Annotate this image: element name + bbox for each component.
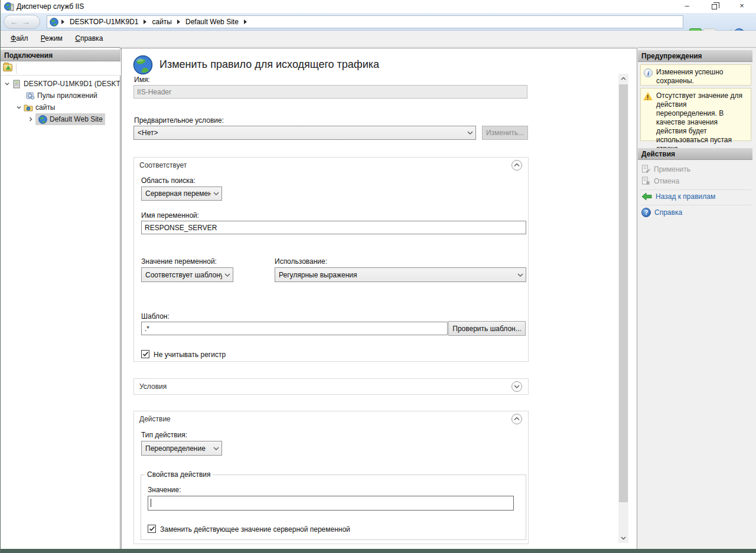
breadcrumb-arrow-icon[interactable] [144, 19, 146, 24]
breadcrumb-sites[interactable]: сайты [152, 18, 172, 26]
action-type-value: Переопределение [145, 444, 211, 453]
usage-select[interactable]: Регулярные выражения [275, 267, 526, 282]
scroll-down-icon [621, 536, 626, 540]
window-bottom-border [1, 549, 756, 553]
right-panel: Предупреждения i Изменения успешно сохра… [638, 47, 756, 549]
scope-label: Область поиска: [141, 176, 195, 185]
scroll-up-button[interactable] [618, 74, 628, 84]
info-message: Изменения успешно сохранены. [656, 68, 723, 85]
collapse-button[interactable] [511, 160, 522, 171]
vertical-scrollbar[interactable] [618, 74, 628, 543]
action-properties-group: Свойства действия Значение: Заменить дей… [141, 470, 526, 540]
action-section: Действие Тип действия: Переопределение С… [133, 411, 529, 544]
ignore-case-label: Не учитывать регистр [154, 351, 226, 359]
precondition-value: <Нет> [138, 129, 465, 137]
chevron-down-icon [224, 273, 230, 277]
precondition-select[interactable]: <Нет> [133, 126, 476, 140]
conditions-section: Условия [133, 378, 529, 395]
match-section: Соответствует Область поиска: Серверная … [133, 157, 529, 362]
breadcrumb-site[interactable]: Default Web Site [185, 18, 239, 26]
test-pattern-button[interactable]: Проверить шаблон... [448, 321, 526, 336]
cancel-label: Отмена [654, 177, 679, 185]
variable-value-select[interactable]: Соответствует шаблону [141, 267, 233, 282]
scrollbar-thumb[interactable] [619, 84, 628, 502]
tree-item-app-pools[interactable]: Пулы приложений [1, 90, 120, 102]
scroll-up-icon [621, 77, 626, 81]
expand-button[interactable] [511, 381, 522, 392]
menu-bar: Файл Режим Справка [1, 31, 756, 47]
action-section-title: Действие [139, 415, 171, 423]
value-input[interactable] [148, 496, 514, 511]
back-icon[interactable]: ← [10, 17, 22, 27]
help-link[interactable]: Справка [654, 208, 682, 217]
match-section-title: Соответствует [139, 161, 187, 169]
tree-item-default-web-site[interactable]: Default Web Site [1, 113, 120, 125]
actions-separator [640, 205, 751, 205]
test-pattern-button-label: Проверить шаблон... [452, 325, 521, 333]
menu-file[interactable]: Файл [5, 31, 34, 45]
tree-item-label: Default Web Site [50, 115, 103, 123]
variable-name-label: Имя переменной: [141, 211, 199, 220]
apply-icon [641, 165, 650, 174]
minimize-button[interactable]: – [677, 0, 697, 13]
action-type-label: Тип действия: [141, 431, 187, 439]
scope-value: Серверная переменн [145, 189, 211, 198]
warning-message: Отсутствует значение для действия переоп… [656, 91, 742, 153]
check-icon [149, 526, 155, 532]
chevron-down-icon [517, 273, 523, 277]
close-button[interactable]: × [732, 0, 752, 13]
connections-toolbar [1, 61, 120, 76]
name-label: Имя: [134, 76, 150, 84]
restore-button[interactable] [704, 0, 724, 13]
tree-item-server[interactable]: DESKTOP-U1MK9D1 (DESKTOP [1, 78, 120, 90]
collapse-button[interactable] [511, 414, 522, 424]
menu-help[interactable]: Справка [70, 31, 108, 45]
chevron-down-icon[interactable] [4, 81, 10, 87]
back-to-rules-action[interactable]: Назад к правилам [641, 192, 715, 201]
main-content: Изменить правило для исходящего трафика … [121, 48, 637, 549]
pattern-input[interactable] [141, 322, 448, 335]
chevron-down-icon[interactable] [16, 104, 22, 110]
save-connection-icon[interactable] [3, 64, 12, 71]
action-properties-legend: Свойства действия [145, 470, 213, 479]
cancel-action: Отмена [641, 176, 679, 185]
website-globe-icon [38, 114, 47, 124]
breadcrumb-server[interactable]: DESKTOP-U1MK9D1 [70, 18, 138, 26]
scroll-down-button[interactable] [618, 533, 628, 543]
conditions-section-title: Условия [139, 382, 167, 391]
breadcrumb-arrow-icon[interactable] [244, 19, 247, 24]
back-arrow-icon [641, 192, 652, 201]
tree-item-label: Пулы приложений [37, 91, 97, 100]
change-button: Изменить... [482, 126, 528, 140]
name-input [133, 85, 527, 99]
chevron-right-icon[interactable] [28, 116, 34, 122]
window-title: Диспетчер служб IIS [17, 2, 84, 11]
value-label: Значение: [148, 486, 181, 494]
warning-icon [643, 92, 653, 100]
back-to-rules-link[interactable]: Назад к правилам [656, 192, 715, 201]
help-action[interactable]: ? Справка [641, 208, 682, 217]
chevron-down-icon [213, 446, 219, 451]
precondition-label: Предварительное условие: [134, 116, 224, 125]
replace-checkbox[interactable] [148, 525, 156, 533]
breadcrumb-arrow-icon[interactable] [177, 19, 180, 24]
selected-tree-item[interactable]: Default Web Site [35, 113, 105, 125]
forward-icon[interactable]: → [22, 17, 34, 27]
page-title: Изменить правило для исходящего трафика [159, 58, 379, 71]
cancel-icon [641, 176, 650, 185]
title-bar: Диспетчер служб IIS – × [1, 0, 756, 13]
variable-name-input[interactable] [141, 221, 526, 234]
scope-select[interactable]: Серверная переменн [141, 186, 222, 201]
replace-label: Заменить действующее значение серверной … [160, 525, 350, 534]
menu-view[interactable]: Режим [35, 31, 68, 45]
chevron-up-icon [514, 417, 520, 421]
chevron-up-icon [514, 163, 520, 168]
ignore-case-checkbox[interactable] [141, 350, 149, 358]
tree-item-sites[interactable]: сайты [1, 102, 120, 113]
breadcrumb[interactable]: DESKTOP-U1MK9D1 сайты Default Web Site [47, 15, 683, 28]
app-icon [4, 2, 14, 11]
action-type-select[interactable]: Переопределение [141, 441, 222, 456]
chevron-down-icon [514, 384, 520, 389]
info-message-box: i Изменения успешно сохранены. [640, 64, 751, 86]
back-forward-buttons[interactable]: ←→ [4, 15, 40, 29]
